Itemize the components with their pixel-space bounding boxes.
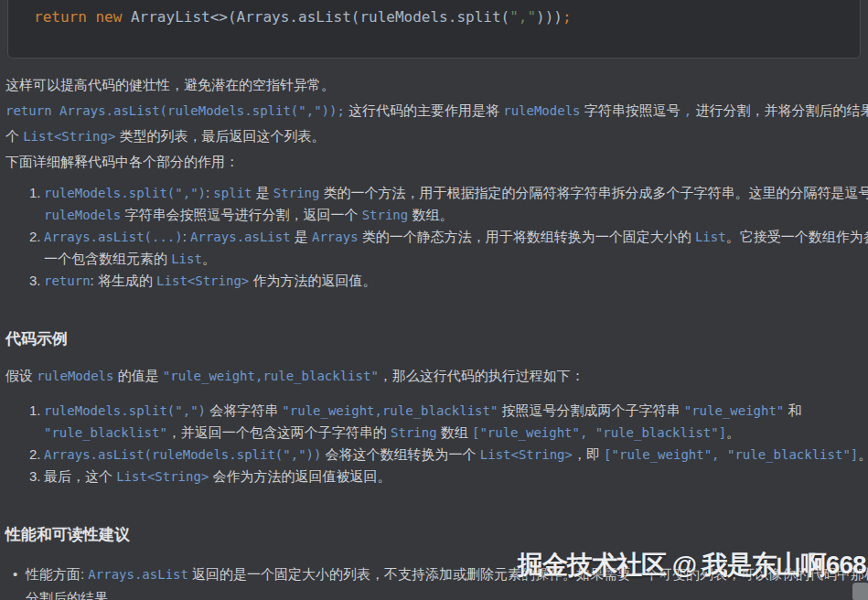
bullet-marker: • <box>13 562 17 586</box>
answer-page: return new ArrayList<>(Arrays.asList(rul… <box>0 0 868 600</box>
code-block[interactable]: return new ArrayList<>(Arrays.asList(rul… <box>7 0 861 59</box>
list-item-text: Arrays.asList(ruleModels.split(",")) 会将这… <box>44 444 863 466</box>
list-item-text: ruleModels.split(",") 会将字符串 "rule_weight… <box>44 400 863 444</box>
list-item-text: ruleModels.split(","): split 是 String 类的… <box>44 182 863 226</box>
list-marker: 2. <box>29 444 41 465</box>
explanation-list: 1. ruleModels.split(","): split 是 String… <box>5 182 863 292</box>
list-item: 1. ruleModels.split(","): split 是 String… <box>5 182 863 226</box>
example-steps-list: 1. ruleModels.split(",") 会将字符串 "rule_wei… <box>5 400 863 488</box>
list-marker: 1. <box>29 400 41 421</box>
list-marker: 2. <box>29 226 41 247</box>
list-item-text: Arrays.asList(...): Arrays.asList 是 Arra… <box>44 226 863 270</box>
paragraph-explain-intro: 下面详细解释代码中各个部分的作用： <box>5 149 863 175</box>
paragraph-example-intro: 假设 ruleModels 的值是 "rule_weight,rule_blac… <box>5 363 863 389</box>
list-item: 2. Arrays.asList(...): Arrays.asList 是 A… <box>5 226 863 270</box>
list-marker: 3. <box>29 466 41 487</box>
paragraph-robustness: 这样可以提高代码的健壮性，避免潜在的空指针异常。 <box>5 72 863 98</box>
list-item-text: 最后，这个 List<String> 会作为方法的返回值被返回。 <box>44 466 863 488</box>
list-marker: 1. <box>29 182 41 203</box>
list-item: 3. 最后，这个 List<String> 会作为方法的返回值被返回。 <box>5 466 863 488</box>
section-heading-advice: 性能和可读性建议 <box>5 526 863 544</box>
answer-content: 这样可以提高代码的健壮性，避免潜在的空指针异常。 return Arrays.a… <box>0 72 868 600</box>
watermark: 掘金技术社区 @ 我是东山啊668 <box>518 548 866 583</box>
list-item: 2. Arrays.asList(ruleModels.split(",")) … <box>5 444 863 466</box>
scroll-corner-handle[interactable] <box>852 583 868 600</box>
list-item: 1. ruleModels.split(",") 会将字符串 "rule_wei… <box>5 400 863 444</box>
list-item: 3. return: 将生成的 List<String> 作为方法的返回值。 <box>5 270 863 292</box>
list-item-text: return: 将生成的 List<String> 作为方法的返回值。 <box>44 270 863 292</box>
paragraph-code-purpose: return Arrays.asList(ruleModels.split(",… <box>5 98 863 149</box>
section-heading-code-example: 代码示例 <box>5 330 863 348</box>
list-marker: 3. <box>29 270 41 291</box>
code-line: return new ArrayList<>(Arrays.asList(rul… <box>34 8 860 27</box>
